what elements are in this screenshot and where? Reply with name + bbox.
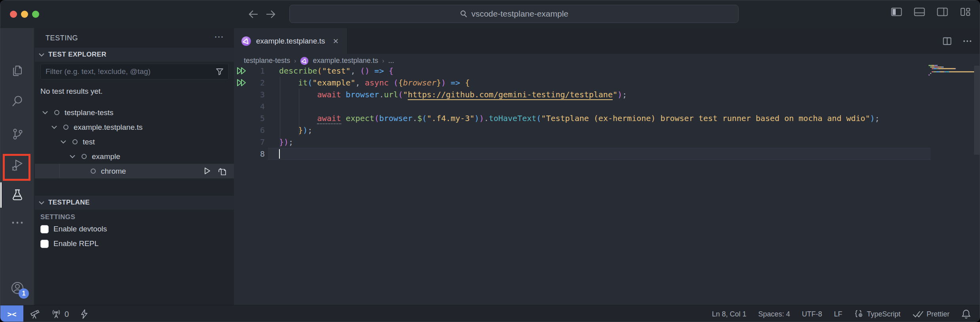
sidebar-more-actions-icon[interactable]: ⋯ <box>214 31 224 42</box>
remote-glyph: >< <box>8 310 17 318</box>
tree-indent-guide <box>59 164 60 178</box>
test-explorer-section-header[interactable]: TEST EXPLORER <box>35 47 234 62</box>
testplane-icon <box>241 36 251 46</box>
formatter-status[interactable]: Prettier <box>912 310 950 318</box>
tree-item-label: example <box>92 152 120 161</box>
eol-status[interactable]: LF <box>834 310 842 318</box>
test-state-circle-icon <box>91 169 96 174</box>
indentation-status[interactable]: Spaces: 4 <box>758 310 790 318</box>
filter-funnel-icon[interactable] <box>211 68 228 76</box>
chevron-down-icon[interactable] <box>51 124 58 131</box>
prettier-doublecheck-icon <box>912 310 923 318</box>
goto-test-icon[interactable] <box>217 167 227 176</box>
telescope-icon[interactable] <box>30 309 40 319</box>
chevron-spacer <box>79 168 85 174</box>
tree-item-chrome[interactable]: chrome <box>35 164 234 178</box>
test-explorer-title: TEST EXPLORER <box>48 51 106 59</box>
code-line-5[interactable]: 5 await expect(browser.$(".f4.my-3")).to… <box>234 112 980 124</box>
filter-placeholder: Filter (e.g. text, !exclude, @tag) <box>41 67 211 76</box>
close-tab-icon[interactable]: × <box>333 36 338 47</box>
source-control-icon[interactable] <box>0 120 34 148</box>
breadcrumb-file[interactable]: example.testplane.ts <box>313 57 378 65</box>
formatter-label: Prettier <box>927 310 950 318</box>
editor-group: example.testplane.ts × testplane-tests ›… <box>234 28 980 305</box>
test-state-circle-icon <box>63 125 68 130</box>
code-line-7[interactable]: 7}); <box>234 136 980 148</box>
tab-label: example.testplane.ts <box>256 37 325 45</box>
customize-layout-icon[interactable] <box>960 7 971 17</box>
enable-repl-row[interactable]: Enable REPL <box>40 239 99 248</box>
settings-group-label: SETTINGS <box>40 213 75 221</box>
bell-icon[interactable] <box>961 309 971 319</box>
test-filter-input[interactable]: Filter (e.g. text, !exclude, @tag) <box>40 64 229 80</box>
more-actions-icon[interactable] <box>963 40 972 42</box>
code-line-3[interactable]: 3 await browser.url("https://github.com/… <box>234 89 980 100</box>
account-icon[interactable]: 1 <box>0 274 34 302</box>
additional-views-ellipsis-icon[interactable] <box>0 209 34 237</box>
no-test-results-message: No test results yet. <box>40 87 103 96</box>
status-bar: >< 0 Ln 8, Col 1 Spaces: 4 UTF-8 LF <box>0 305 980 322</box>
forward-arrow-icon[interactable] <box>264 8 277 21</box>
breadcrumb-separator: › <box>294 57 296 64</box>
testplane-icon <box>300 57 309 65</box>
chevron-down-icon <box>39 201 44 205</box>
line-number: 8 <box>234 148 265 160</box>
enable-repl-checkbox[interactable] <box>40 240 49 248</box>
chevron-down-icon[interactable] <box>42 110 49 116</box>
minimize-button[interactable] <box>21 11 28 18</box>
tab-example-testplane-ts[interactable]: example.testplane.ts × <box>234 28 348 54</box>
breadcrumb-separator: › <box>382 57 384 64</box>
testing-sidebar: TESTING ⋯ TEST EXPLORER Filter (e.g. tex… <box>35 28 234 305</box>
tree-item-test[interactable]: test <box>35 134 234 149</box>
enable-devtools-label: Enable devtools <box>53 225 107 233</box>
chevron-down-icon[interactable] <box>70 153 76 160</box>
code-line-1[interactable]: 1describe("test", () => { <box>234 65 980 77</box>
code-editor[interactable]: 1describe("test", () => {2 it("example",… <box>234 65 980 160</box>
code-line-8[interactable]: 8 <box>234 148 980 160</box>
chevron-down-icon[interactable] <box>61 139 67 145</box>
back-arrow-icon[interactable] <box>247 8 260 21</box>
run-test-icon[interactable] <box>203 167 211 176</box>
breadcrumb-symbol[interactable]: ... <box>388 57 394 65</box>
enable-repl-label: Enable REPL <box>53 239 99 248</box>
editor-scrollbar[interactable] <box>974 66 980 155</box>
testplane-title: TESTPLANE <box>48 199 90 206</box>
test-state-circle-icon <box>54 110 59 115</box>
code-line-6[interactable]: 6 }); <box>234 124 980 136</box>
line-number: 1 <box>234 65 265 77</box>
code-line-2[interactable]: 2 it("example", async ({browser}) => { <box>234 77 980 89</box>
tree-item-testplane-tests[interactable]: testplane-tests <box>35 105 234 120</box>
cursor-position-status[interactable]: Ln 8, Col 1 <box>712 310 746 318</box>
code-text: await expect(browser.$(".f4.my-3")).toHa… <box>279 112 879 124</box>
code-text: it("example", async ({browser}) => { <box>279 77 470 89</box>
tree-item-example-testplane-ts[interactable]: example.testplane.ts <box>35 120 234 134</box>
radio-tower-icon <box>51 309 61 319</box>
red-annotation-box <box>3 154 30 181</box>
tree-item-example[interactable]: example <box>35 149 234 164</box>
toggle-secondary-sidebar-icon[interactable] <box>937 7 948 17</box>
search-sidebar-icon[interactable] <box>0 87 34 115</box>
vscode-window: vscode-testplane-example <box>0 0 980 322</box>
remote-indicator-icon[interactable]: >< <box>0 305 23 322</box>
encoding-status[interactable]: UTF-8 <box>802 310 822 318</box>
testing-flask-icon[interactable] <box>0 182 34 209</box>
close-button[interactable] <box>10 11 17 18</box>
enable-devtools-row[interactable]: Enable devtools <box>40 225 107 233</box>
account-badge: 1 <box>19 288 29 299</box>
zoom-button[interactable] <box>32 11 39 18</box>
split-editor-icon[interactable] <box>942 36 952 46</box>
line-number: 4 <box>234 100 265 112</box>
language-status[interactable]: TypeScript <box>854 309 900 319</box>
enable-devtools-checkbox[interactable] <box>40 225 49 233</box>
breadcrumb-folder[interactable]: testplane-tests <box>244 57 290 65</box>
code-text: describe("test", () => { <box>279 65 393 77</box>
command-center-search[interactable]: vscode-testplane-example <box>289 5 739 23</box>
testplane-section-header[interactable]: TESTPLANE <box>35 195 234 210</box>
files-icon[interactable] <box>0 57 34 85</box>
code-line-4[interactable]: 4 <box>234 100 980 112</box>
lightning-icon[interactable] <box>80 309 89 319</box>
toggle-sidebar-icon[interactable] <box>891 7 902 17</box>
ports-status[interactable]: 0 <box>51 309 69 319</box>
toggle-panel-icon[interactable] <box>914 7 925 17</box>
minimap[interactable] <box>929 65 975 78</box>
